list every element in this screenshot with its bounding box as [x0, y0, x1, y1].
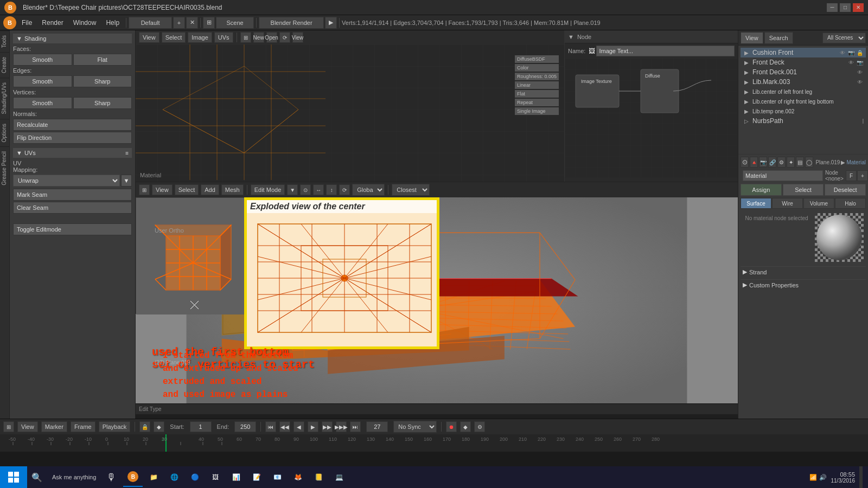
tools-tab[interactable]: Tools [0, 30, 9, 52]
tl-icon[interactable]: ⊞ [3, 421, 14, 432]
taskbar-firefox[interactable]: 🦊 [288, 467, 308, 487]
create-tab[interactable]: Create [0, 52, 9, 78]
tl-extra-btn[interactable]: ⚙ [474, 421, 485, 432]
scene-item-lib-center-left[interactable]: ▶ Lib.center of left front leg [741, 87, 866, 97]
wire-tab[interactable]: Wire [772, 198, 803, 209]
taskbar-outlook[interactable]: 📧 [267, 467, 287, 487]
mat-name-input[interactable] [743, 170, 823, 181]
options-tab[interactable]: Options [0, 119, 9, 146]
scene-vis-1[interactable]: 👁 [847, 59, 855, 66]
select-mat-button[interactable]: Select [783, 184, 824, 196]
scene-item-front-deck[interactable]: ▶ Front Deck 👁 📷 [741, 57, 866, 67]
taskbar-cortana[interactable]: 🎙 [101, 467, 121, 487]
file-menu[interactable]: File [17, 17, 36, 29]
volume-tab[interactable]: Volume [803, 198, 834, 209]
vp-mesh-menu[interactable]: Mesh [221, 184, 244, 195]
view-btn2[interactable]: View [292, 32, 303, 43]
snap-select[interactable]: Closest [392, 184, 430, 196]
scene-vis-3[interactable]: 👁 [856, 78, 864, 86]
taskbar-edge[interactable]: 🌐 [164, 467, 184, 487]
scenes-select[interactable]: All Scenes [822, 33, 866, 43]
mark-seam-button[interactable]: Mark Seam [13, 189, 132, 201]
play-btn[interactable]: ▶ [308, 421, 318, 432]
uv-select-menu[interactable]: Select [162, 32, 186, 43]
show-desktop-btn[interactable] [859, 466, 863, 488]
minus-icon[interactable]: ✕ [186, 17, 198, 29]
tl-view-btn[interactable]: View [17, 421, 38, 432]
rec-btn[interactable]: ⏺ [446, 421, 457, 432]
deselect-mat-button[interactable]: Deselect [825, 184, 866, 196]
wifi-icon[interactable]: 📶 [809, 474, 817, 481]
workspace-selector[interactable]: Default [129, 17, 172, 29]
tl-marker-btn[interactable]: Marker [41, 421, 67, 432]
mode-icon[interactable]: ▼ [287, 184, 298, 195]
mat-icon-btn1[interactable]: ⊙ [741, 157, 749, 168]
vp-select-menu[interactable]: Select [175, 184, 199, 195]
next-frame-btn[interactable]: ▶▶ [322, 421, 333, 432]
toggle-editmode-button[interactable]: Toggle Editmode [13, 223, 132, 235]
mat-icon-btn3[interactable]: 📷 [759, 157, 767, 168]
lock-icon[interactable]: 🔒 [139, 421, 150, 432]
minimize-button[interactable]: ─ [827, 3, 838, 12]
renderer-selector[interactable]: Blender Render [259, 17, 324, 29]
sound-icon[interactable]: 🔊 [819, 474, 827, 481]
prev-keyframe-btn[interactable]: ◀◀ [279, 421, 290, 432]
taskbar-excel[interactable]: 📊 [226, 467, 246, 487]
vertices-sharp-button[interactable]: Sharp [73, 97, 132, 109]
key-btn[interactable]: ◆ [460, 421, 471, 432]
vp-add-menu[interactable]: Add [201, 184, 219, 195]
grease-pencil-tab[interactable]: Grease Pencil [0, 146, 9, 190]
uv-view-menu[interactable]: View [139, 32, 159, 43]
uv-icon2[interactable]: ⟳ [279, 32, 290, 43]
scene-selector[interactable]: Scene [216, 17, 254, 29]
uv-mapping-select[interactable]: Unwrap [13, 175, 120, 187]
mat-icon-btn6[interactable]: ✦ [787, 157, 795, 168]
custom-props-header[interactable]: ▶ Custom Properties [741, 280, 866, 290]
mat-icon-btn7[interactable]: ▤ [796, 157, 804, 168]
open-image-btn[interactable]: Open [266, 32, 277, 43]
faces-smooth-button[interactable]: Smooth [13, 54, 72, 66]
uv-image-menu[interactable]: Image [188, 32, 212, 43]
scene-vis-2[interactable]: 👁 [856, 68, 864, 76]
new-image-btn[interactable]: New [253, 32, 264, 43]
icon-grid[interactable]: ⊞ [203, 17, 215, 29]
scene-render-0[interactable]: 📷 [847, 49, 855, 56]
flip-direction-button[interactable]: Flip Direction [13, 132, 132, 144]
strand-header[interactable]: ▶ Strand [741, 267, 866, 277]
taskbar-photoshop[interactable]: 🖼 [206, 467, 225, 487]
tl-playback-btn[interactable]: Playback [99, 421, 131, 432]
taskbar-word[interactable]: 📝 [247, 467, 266, 487]
scene-lock-0[interactable]: 🔒 [856, 49, 864, 56]
taskbar-blender[interactable]: B [123, 467, 143, 487]
pivot-btn[interactable]: ⊙ [300, 184, 311, 195]
end-frame-input[interactable] [234, 421, 256, 432]
tl-key-icon[interactable]: ◆ [154, 421, 164, 432]
uv-icon1[interactable]: ⊞ [240, 32, 251, 43]
taskbar-chrome[interactable]: 🔵 [185, 467, 205, 487]
scene-vis-0[interactable]: 👁 [839, 49, 846, 56]
uv-mapping-apply[interactable]: ▼ [121, 175, 132, 187]
assign-button[interactable]: Assign [741, 184, 782, 196]
surface-tab[interactable]: Surface [741, 198, 771, 209]
scene-item-front-deck001[interactable]: ▶ Front Deck.001 👁 [741, 67, 866, 77]
render-icon[interactable]: ▶ [325, 17, 337, 29]
scene-item-lib-center-right[interactable]: ▶ Lib.center of right front leg bottom [741, 97, 866, 106]
edit-mode-select[interactable]: Edit Mode [251, 184, 285, 195]
taskbar-extra[interactable]: 💻 [329, 467, 349, 487]
manip-btn[interactable]: ↔ [313, 184, 324, 195]
mat-icon-btn2[interactable]: 🔺 [750, 157, 758, 168]
faces-flat-button[interactable]: Flat [73, 54, 132, 66]
window-menu[interactable]: Window [69, 17, 101, 29]
uvs-header[interactable]: ▼ UVs ≡ [13, 148, 132, 158]
help-menu[interactable]: Help [101, 17, 124, 29]
scene-item-cushion-front[interactable]: ▶ Cushion Front 👁 📷 🔒 [741, 48, 866, 57]
render-menu[interactable]: Render [37, 17, 67, 29]
shading-header[interactable]: ▼ Shading [13, 34, 132, 43]
search-taskbar-input[interactable]: Ask me anything [49, 474, 99, 480]
3d-viewport[interactable]: ⊞ View Select Add Mesh Edit Mode ▼ ⊙ ↔ ↕… [136, 182, 738, 403]
start-button[interactable] [0, 466, 27, 488]
node-name-input[interactable] [596, 46, 735, 56]
view-tab[interactable]: View [741, 32, 763, 44]
tl-frame-btn[interactable]: Frame [71, 421, 95, 432]
shading-uvs-tab[interactable]: Shading/UVs [0, 78, 9, 118]
